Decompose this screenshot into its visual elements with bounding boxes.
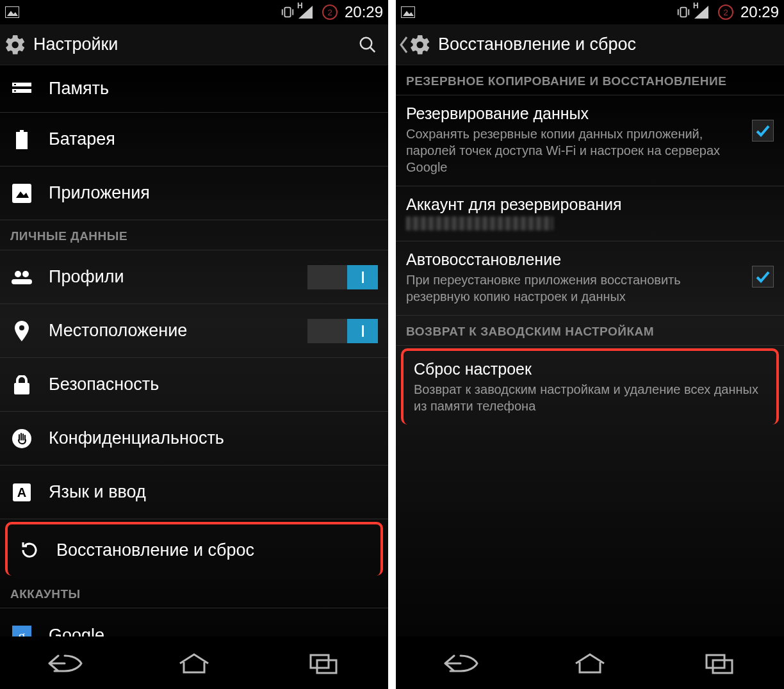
- svg-rect-14: [20, 130, 24, 132]
- svg-text:g: g: [19, 628, 26, 636]
- pref-title: Резервирование данных: [406, 104, 744, 123]
- pref-backup-data[interactable]: Резервирование данных Сохранять резервны…: [396, 95, 784, 186]
- apps-icon: [10, 182, 33, 205]
- action-bar: Настройки: [0, 24, 388, 65]
- checkbox-autorestore[interactable]: [752, 266, 774, 288]
- svg-rect-12: [14, 84, 16, 85]
- nav-back-button[interactable]: [20, 644, 110, 683]
- svg-rect-13: [14, 90, 16, 92]
- settings-item-label: Google: [49, 626, 104, 637]
- gear-icon: [407, 32, 433, 58]
- pref-autorestore[interactable]: Автовосстановление При переустановке при…: [396, 241, 784, 316]
- pref-factory-reset[interactable]: Сброс настроек Возврат к заводским настр…: [401, 348, 779, 425]
- location-icon: [10, 320, 33, 343]
- settings-item-backup-reset[interactable]: Восстановление и сброс: [5, 522, 383, 576]
- pref-title: Сброс настроек: [414, 360, 766, 378]
- settings-item-battery[interactable]: Батарея: [0, 113, 388, 166]
- settings-item-privacy[interactable]: Конфиденциальность: [0, 412, 388, 466]
- restore-icon: [18, 539, 41, 562]
- nav-home-button[interactable]: [149, 644, 239, 683]
- status-bar: H 2 20:29: [396, 0, 784, 24]
- svg-line-9: [370, 47, 375, 52]
- settings-item-google[interactable]: g Google: [0, 608, 388, 636]
- picture-icon: [5, 5, 19, 19]
- settings-item-label: Язык и ввод: [49, 482, 146, 502]
- pref-summary: При переустановке приложения восстановит…: [406, 272, 744, 305]
- pref-summary: Возврат к заводским настройкам и удалени…: [414, 381, 766, 414]
- section-header-personal: ЛИЧНЫЕ ДАННЫЕ: [0, 220, 388, 250]
- settings-item-memory[interactable]: Память: [0, 65, 388, 113]
- screenshot-settings: H 2 20:29 Настройки Память Батарея: [0, 0, 388, 689]
- hand-icon: [10, 427, 33, 450]
- gear-icon: [3, 32, 28, 58]
- svg-rect-21: [14, 383, 29, 394]
- pref-summary: Сохранять резервные копии данных приложе…: [406, 126, 744, 175]
- google-icon: g: [10, 624, 33, 636]
- settings-item-label: Приложения: [49, 183, 150, 203]
- settings-item-label: Память: [49, 79, 109, 99]
- nav-home-button[interactable]: [545, 644, 635, 683]
- svg-point-18: [15, 271, 21, 277]
- search-button[interactable]: [352, 29, 383, 60]
- page-title: Настройки: [33, 35, 352, 54]
- page-title: Восстановление и сброс: [438, 35, 779, 54]
- nav-back-button[interactable]: [416, 644, 505, 683]
- svg-rect-20: [12, 279, 32, 284]
- navigation-bar: [0, 636, 388, 689]
- pref-summary-redacted: [406, 216, 553, 231]
- clock: 20:29: [740, 3, 779, 21]
- signal-icon: H: [298, 5, 318, 19]
- settings-item-label: Безопасность: [49, 375, 159, 394]
- settings-item-profiles[interactable]: Профили: [0, 250, 388, 304]
- svg-rect-38: [713, 660, 732, 673]
- svg-rect-29: [401, 6, 415, 18]
- nav-recent-button[interactable]: [674, 644, 764, 683]
- toggle-profiles[interactable]: [307, 265, 378, 289]
- section-header-factory: ВОЗВРАТ К ЗАВОДСКИМ НАСТРОЙКАМ: [396, 316, 784, 346]
- lock-icon: [10, 373, 33, 396]
- svg-point-8: [361, 37, 372, 49]
- battery-icon: 2: [322, 5, 338, 19]
- svg-point-19: [22, 271, 29, 277]
- svg-text:2: 2: [327, 8, 332, 17]
- svg-rect-37: [706, 655, 724, 668]
- storage-icon: [10, 77, 33, 101]
- settings-item-location[interactable]: Местоположение: [0, 304, 388, 358]
- language-icon: A: [10, 481, 33, 504]
- action-bar: Восстановление и сброс: [396, 24, 784, 65]
- picture-icon: [401, 5, 415, 19]
- battery-icon: [10, 128, 33, 151]
- svg-marker-1: [7, 11, 18, 16]
- pref-backup-account[interactable]: Аккаунт для резервирования: [396, 186, 784, 241]
- toggle-location[interactable]: [307, 319, 378, 343]
- svg-rect-27: [311, 655, 329, 668]
- settings-list[interactable]: Память Батарея Приложения ЛИЧНЫЕ ДАННЫЕ …: [0, 65, 388, 636]
- navigation-bar: [396, 636, 784, 689]
- backup-reset-list[interactable]: РЕЗЕРВНОЕ КОПИРОВАНИЕ И ВОССТАНОВЛЕНИЕ Р…: [396, 65, 784, 636]
- network-type-label: H: [693, 1, 699, 10]
- settings-item-label: Восстановление и сброс: [56, 540, 254, 560]
- svg-rect-2: [284, 8, 290, 17]
- svg-rect-28: [317, 660, 336, 673]
- svg-rect-0: [5, 6, 19, 18]
- settings-item-security[interactable]: Безопасность: [0, 358, 388, 412]
- vibrate-icon: [281, 5, 295, 19]
- svg-rect-31: [680, 8, 686, 17]
- svg-rect-15: [16, 132, 28, 149]
- signal-icon: H: [694, 5, 714, 19]
- checkbox-backup-data[interactable]: [752, 120, 774, 142]
- settings-item-language[interactable]: A Язык и ввод: [0, 466, 388, 519]
- screenshot-backup-reset: H 2 20:29 Восстановление и сброс РЕЗЕРВН…: [396, 0, 784, 689]
- battery-icon: 2: [717, 5, 734, 19]
- pref-title: Автовосстановление: [406, 250, 744, 269]
- settings-item-apps[interactable]: Приложения: [0, 166, 388, 220]
- section-header-accounts: АККАУНТЫ: [0, 578, 388, 608]
- svg-marker-30: [403, 11, 414, 16]
- vibrate-icon: [676, 5, 690, 19]
- nav-recent-button[interactable]: [279, 644, 368, 683]
- settings-item-label: Местоположение: [49, 321, 187, 341]
- network-type-label: H: [297, 1, 303, 10]
- svg-text:2: 2: [723, 8, 728, 17]
- settings-item-label: Конфиденциальность: [49, 428, 224, 448]
- section-header-backup: РЕЗЕРВНОЕ КОПИРОВАНИЕ И ВОССТАНОВЛЕНИЕ: [396, 65, 784, 95]
